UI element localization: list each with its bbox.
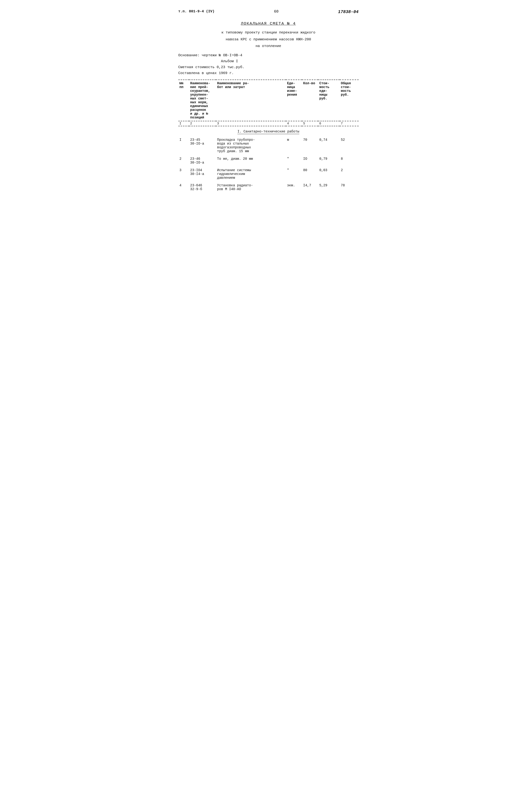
row2-total: 8 xyxy=(340,155,358,167)
subtitle1: к типовому проекту станции перекачки жид… xyxy=(178,30,358,35)
row4-total: 78 xyxy=(340,182,358,193)
row3-num: 3 xyxy=(178,167,189,182)
row2-unit: " xyxy=(286,155,302,167)
col-num-4: 4 xyxy=(286,121,302,126)
subtitle2: навоза КРС с применением насосов НЖН-200 xyxy=(178,37,358,43)
row4-qty: I4,7 xyxy=(302,182,318,193)
row1-work: Прокладка трубопро-вода из стальныхводог… xyxy=(216,136,286,155)
col-header-code: Наименова-ние прей-скурантов,укрупнен-ны… xyxy=(189,80,216,121)
row3-code: 23-IO430-I4-a xyxy=(189,167,216,182)
row4-unit: экм. xyxy=(286,182,302,193)
col-header-price: Стои-мостьеди-ницыруб. xyxy=(318,80,340,121)
smeta-table: №№пп Наименова-ние прей-скурантов,укрупн… xyxy=(178,79,358,193)
col-header-unit: Еди-ницаизме-рения xyxy=(286,80,302,121)
row3-unit: " xyxy=(286,167,302,182)
table-col-numbers: I 2 3 4 5 6 7 xyxy=(178,121,358,126)
row3-total: 2 xyxy=(340,167,358,182)
col-num-1: I xyxy=(178,121,189,126)
main-title: ЛОКАЛЬНАЯ СМЕТА № 4 xyxy=(178,21,358,26)
row4-num: 4 xyxy=(178,182,189,193)
row2-num: 2 xyxy=(178,155,189,167)
col-header-num: №№пп xyxy=(178,80,189,121)
row1-total: 52 xyxy=(340,136,358,155)
subtitle3: на отопление xyxy=(178,44,358,49)
smet-cost: Сметная стоимость 0,23 тыс.руб. xyxy=(178,65,358,69)
row2-qty: IO xyxy=(302,155,318,167)
sostavlena: Составлена в ценах 1969 г. xyxy=(178,71,358,75)
row3-work: Испытание системыгидравлическимдавлением xyxy=(216,167,286,182)
section1-title: I. Санитарно-технические работы xyxy=(178,126,358,136)
col-header-work: Наименование ра-бот или затрат xyxy=(216,80,286,121)
doc-number-right: 17838-04 xyxy=(338,9,358,14)
col-header-total: Общаястои-мостьруб. xyxy=(340,80,358,121)
col-num-6: 6 xyxy=(318,121,340,126)
table-row: 4 23-64632-9-б Установка радиато-ров М I… xyxy=(178,182,358,193)
row1-price: 0,74 xyxy=(318,136,340,155)
row2-code: 23-4630-IO-a xyxy=(189,155,216,167)
row1-num: I xyxy=(178,136,189,155)
row1-qty: 70 xyxy=(302,136,318,155)
row2-price: 0,79 xyxy=(318,155,340,167)
row1-unit: м xyxy=(286,136,302,155)
col-num-7: 7 xyxy=(340,121,358,126)
doc-number-left: т.п. 801-9-4 (IV) xyxy=(178,9,215,14)
osnov-line1: Основание: чертежи № ОВ-I÷ОВ-4 xyxy=(178,53,358,57)
table-row: 3 23-IO430-I4-a Испытание системыгидравл… xyxy=(178,167,358,182)
row4-work: Установка радиато-ров М I40-АО xyxy=(216,182,286,193)
row3-qty: 80 xyxy=(302,167,318,182)
section1-header: I. Санитарно-технические работы xyxy=(178,126,358,136)
col-num-3: 3 xyxy=(216,121,286,126)
table-row: 2 23-4630-IO-a То же, диам. 20 мм " IO 0… xyxy=(178,155,358,167)
osnov-line2: Альбом I xyxy=(221,59,358,64)
page-header: т.п. 801-9-4 (IV) 60 17838-04 xyxy=(178,9,358,14)
row2-work: То же, диам. 20 мм xyxy=(216,155,286,167)
row1-code: 23-4530-IO-a xyxy=(189,136,216,155)
table-row: I 23-4530-IO-a Прокладка трубопро-вода и… xyxy=(178,136,358,155)
row4-code: 23-64632-9-б xyxy=(189,182,216,193)
col-num-2: 2 xyxy=(189,121,216,126)
col-header-qty: Кол-во xyxy=(302,80,318,121)
page-number: 60 xyxy=(274,9,278,14)
row3-price: 0,03 xyxy=(318,167,340,182)
col-num-5: 5 xyxy=(302,121,318,126)
row4-price: 5,29 xyxy=(318,182,340,193)
table-header-row: №№пп Наименова-ние прей-скурантов,укрупн… xyxy=(178,80,358,121)
